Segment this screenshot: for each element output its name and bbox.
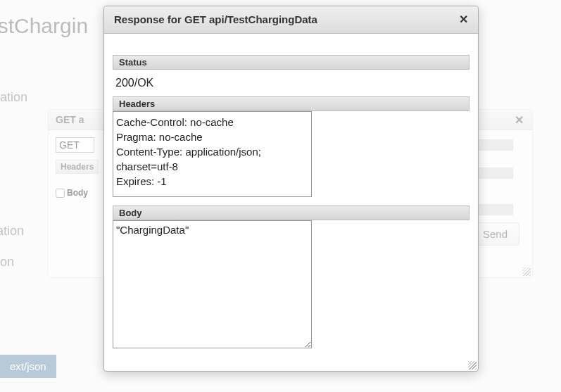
headers-section-header: Headers (113, 96, 469, 111)
body-section-header: Body (113, 206, 469, 220)
resize-handle-icon[interactable] (468, 361, 477, 369)
response-headers-textarea[interactable] (113, 111, 312, 197)
response-body-textarea[interactable] (113, 220, 312, 348)
status-value: 200/OK (113, 70, 469, 96)
dialog-title: Response for GET api/TestChargingData (114, 13, 317, 25)
status-section-header: Status (113, 55, 469, 70)
close-icon[interactable]: ✕ (459, 13, 468, 26)
response-dialog: Response for GET api/TestChargingData ✕ … (103, 6, 479, 372)
dialog-body: Status 200/OK Headers Body (104, 34, 478, 371)
dialog-header: Response for GET api/TestChargingData ✕ (104, 6, 478, 34)
